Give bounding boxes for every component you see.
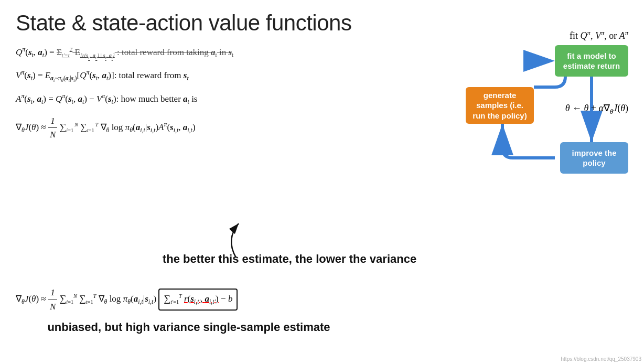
- left-column: Qπ(st, at) = Σt'=tT E[r(st', at') | st, …: [16, 45, 372, 145]
- content-area: Qπ(st, at) = Σt'=tT E[r(st', at') | st, …: [16, 45, 628, 145]
- box-fit-model: fit a model to estimate return: [555, 45, 628, 77]
- equation-q: Qπ(st, at) = Σt'=tT E[r(st', at') | st, …: [16, 45, 362, 61]
- right-column: fit Qπ, Vπ, or Aπ: [372, 45, 628, 145]
- fit-label: fit Qπ, Vπ, or Aπ: [570, 29, 628, 41]
- bottom-equation: ∇θJ(θ) ≈ 1 N ∑i=1N ∑t=1T ∇θ log πθ(ai,t|…: [16, 286, 362, 313]
- strikethrough-eq: Σt'=tT E[r(st', at') | st, at] : total r…: [57, 46, 234, 61]
- flow-diagram: fit Qπ, Vπ, or Aπ: [466, 45, 628, 192]
- box-improve-policy: improve the policy: [560, 142, 628, 174]
- watermark: https://blog.csdn.net/qq_25037903: [561, 356, 641, 362]
- equation-advantage: Aπ(st, at) = Qπ(st, at) − Vπ(st): how mu…: [16, 92, 362, 107]
- slide: State & state-action value functions Qπ(…: [0, 0, 644, 363]
- theta-update-eq: θ ← θ + α∇θJ(θ): [565, 102, 628, 116]
- arrow-annotation-area: the better this estimate, the lower the …: [163, 252, 416, 266]
- box-generate-samples: generate samples (i.e. run the policy): [466, 87, 534, 124]
- equation-v: Vπ(st) = Eat~πθ(at|st)[Qπ(st, at)]: tota…: [16, 68, 362, 84]
- red-underline-term: r(si,t', ai,t'): [184, 294, 219, 304]
- equation-gradient: ∇θJ(θ) ≈ 1 N ∑i=1N ∑t=1T ∇θ log πθ(ai,t|…: [16, 114, 362, 142]
- annotation-text: the better this estimate, the lower the …: [163, 252, 416, 265]
- bottom-equation-area: ∇θJ(θ) ≈ 1 N ∑i=1N ∑t=1T ∇θ log πθ(ai,t|…: [16, 286, 362, 334]
- bottom-label: unbiased, but high variance single-sampl…: [16, 321, 362, 334]
- slide-title: State & state-action value functions: [16, 10, 628, 36]
- curved-arrow-svg: [215, 218, 257, 260]
